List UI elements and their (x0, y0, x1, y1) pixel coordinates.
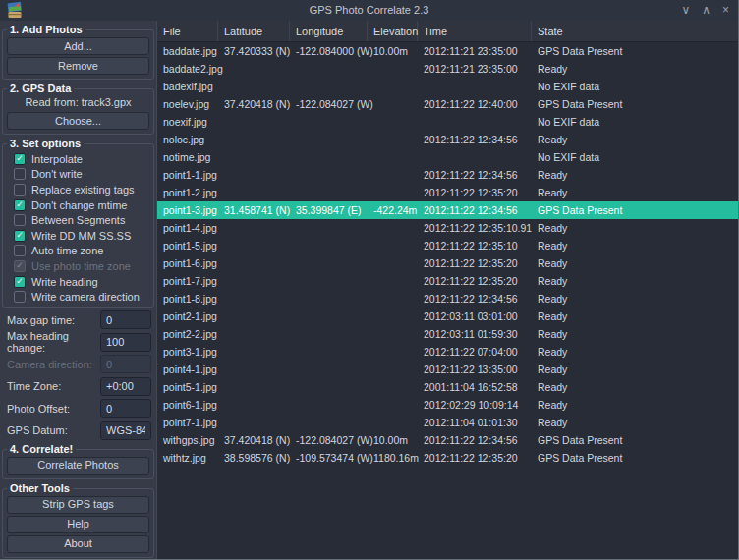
help-button[interactable]: Help (7, 516, 149, 533)
close-icon[interactable]: × (722, 3, 729, 17)
choose-button[interactable]: Choose... (7, 112, 149, 130)
param-gps-datum: GPS Datum: (7, 420, 151, 440)
table-row[interactable]: point1-3.jpg31.458741 (N)35.399847 (E)-4… (157, 201, 738, 219)
column-header-file[interactable]: File (157, 21, 218, 41)
param-camera-direction: Camera direction: (7, 355, 151, 374)
table-row[interactable]: point4-1.jpg2012:11:22 13:35:00Ready (157, 361, 738, 378)
option-label: Replace existing tags (31, 184, 135, 196)
table-row[interactable]: noexif.jpgNo EXIF data (157, 113, 738, 131)
camera-direction-label: Camera direction: (7, 359, 92, 370)
checkbox-interpolate[interactable]: ✓ (14, 153, 26, 165)
table-row[interactable]: withgps.jpg37.420418 (N)-122.084027 (W)1… (157, 431, 738, 449)
cell-state: Ready (532, 364, 738, 375)
table-row[interactable]: point3-1.jpg2012:11:22 07:04:00Ready (157, 343, 738, 361)
add-button[interactable]: Add... (7, 37, 149, 55)
about-button[interactable]: About (7, 535, 149, 553)
table-row[interactable]: point6-1.jpg2012:02:29 10:09:14Ready (157, 396, 738, 414)
column-header-longitude[interactable]: Longitude (290, 21, 368, 41)
sidebar: 1. Add Photos Add... Remove 2. GPS Data … (0, 21, 157, 559)
cell-file: point3-1.jpg (157, 346, 218, 358)
column-header-latitude[interactable]: Latitude (218, 21, 290, 41)
table-row[interactable]: point1-8.jpg2012:11:22 12:34:56Ready (157, 290, 738, 308)
param-max-heading-change: Max heading change: (7, 332, 151, 352)
column-header-state[interactable]: State (532, 21, 738, 41)
option-write-dd-mm-ss-ss[interactable]: ✓Write DD MM SS.SS (14, 228, 150, 244)
table-row[interactable]: point1-4.jpg2012:11:22 12:35:10.91Ready (157, 219, 738, 237)
maximize-icon[interactable]: ∧ (702, 3, 711, 17)
cell-file: point1-8.jpg (157, 293, 218, 305)
cell-time: 2012:11:22 13:35:00 (418, 364, 532, 375)
checkbox-write-camera-direction[interactable] (14, 291, 26, 303)
table-row[interactable]: point1-2.jpg2012:11:22 12:35:20Ready (157, 184, 738, 201)
cell-state: Ready (532, 275, 738, 287)
option-auto-time-zone[interactable]: Auto time zone (14, 244, 150, 259)
option-between-segments[interactable]: Between Segments (14, 212, 150, 228)
option-use-photo-time-zone[interactable]: ✓Use photo time zone (14, 258, 150, 274)
cell-longitude: -122.084027 (W) (290, 434, 368, 446)
remove-button[interactable]: Remove (7, 57, 149, 75)
cell-state: Ready (532, 293, 738, 305)
checkbox-don-t-change-mtime[interactable]: ✓ (14, 199, 26, 211)
table-row[interactable]: point5-1.jpg2001:11:04 16:52:58Ready (157, 378, 738, 396)
checkbox-between-segments[interactable] (14, 214, 26, 226)
correlate-photos-button[interactable]: Correlate Photos (7, 457, 149, 475)
table-row[interactable]: point1-1.jpg2012:11:22 12:34:56Ready (157, 166, 738, 184)
cell-file: point1-7.jpg (157, 275, 218, 287)
max-heading-change-input[interactable] (100, 333, 151, 352)
cell-state: Ready (532, 310, 738, 322)
checkbox-auto-time-zone[interactable] (14, 245, 26, 256)
strip-gps-tags-button[interactable]: Strip GPS tags (7, 496, 149, 514)
parameters-list: Max gap time:Max heading change:Camera d… (7, 310, 151, 441)
camera-direction-input[interactable] (100, 355, 151, 373)
cell-state: Ready (532, 240, 738, 252)
table-row[interactable]: noloc.jpg2012:11:22 12:34:56Ready (157, 131, 738, 148)
titlebar[interactable]: GPS Photo Correlate 2.3 ∨ ∧ × (0, 0, 738, 21)
table-row[interactable]: noelev.jpg37.420418 (N)-122.084027 (W)20… (157, 95, 738, 113)
option-write-heading[interactable]: ✓Write heading (14, 274, 150, 290)
cell-elevation: 1180.16m (368, 452, 418, 464)
cell-state: Ready (532, 257, 738, 269)
cell-state: Ready (532, 346, 738, 358)
gps-datum-input[interactable] (100, 421, 151, 440)
table-row[interactable]: point1-6.jpg2012:11:22 12:35:20Ready (157, 254, 738, 272)
option-don-t-write[interactable]: Don't write (14, 167, 150, 183)
cell-time: 2012:02:29 10:09:14 (418, 399, 532, 411)
cell-time: 2012:11:21 23:35:00 (418, 45, 532, 57)
table-row[interactable]: point2-2.jpg2012:03:11 01:59:30Ready (157, 325, 738, 343)
column-header-time[interactable]: Time (418, 21, 532, 41)
checkbox-use-photo-time-zone[interactable]: ✓ (14, 260, 26, 272)
photo-offset-input[interactable] (100, 399, 151, 418)
time-zone-input[interactable] (100, 377, 151, 396)
table-row[interactable]: point1-5.jpg2012:11:22 12:35:10Ready (157, 237, 738, 254)
table-row[interactable]: point2-1.jpg2012:03:11 03:01:00Ready (157, 308, 738, 325)
cell-time: 2012:11:22 12:35:10 (418, 240, 532, 252)
checkbox-don-t-write[interactable] (14, 168, 26, 180)
option-don-t-change-mtime[interactable]: ✓Don't change mtime (14, 197, 150, 213)
table-row[interactable]: baddate.jpg37.420333 (N)-122.084000 (W)1… (157, 42, 738, 60)
cell-state: Ready (532, 63, 738, 75)
cell-time: 2001:11:04 16:52:58 (418, 381, 532, 393)
cell-file: notime.jpg (157, 151, 218, 163)
table-row[interactable]: notime.jpgNo EXIF data (157, 148, 738, 166)
group-correlate-title: 4. Correlate! (7, 443, 76, 456)
column-header-elevation[interactable]: Elevation (368, 21, 418, 41)
option-interpolate[interactable]: ✓Interpolate (14, 151, 150, 167)
checkbox-write-heading[interactable]: ✓ (14, 276, 26, 288)
cell-file: point4-1.jpg (157, 364, 218, 375)
table-row[interactable]: point1-7.jpg2012:11:22 12:35:20Ready (157, 272, 738, 290)
cell-file: point1-4.jpg (157, 222, 218, 234)
table-row[interactable]: withtz.jpg38.598576 (N)-109.573474 (W)11… (157, 449, 738, 467)
cell-state: Ready (532, 222, 738, 234)
option-write-camera-direction[interactable]: Write camera direction (14, 289, 150, 305)
option-replace-existing-tags[interactable]: Replace existing tags (14, 182, 150, 197)
table-row[interactable]: baddate2.jpg2012:11:21 23:35:00Ready (157, 60, 738, 78)
table-row[interactable]: badexif.jpgNo EXIF data (157, 78, 738, 95)
cell-state: Ready (532, 169, 738, 181)
max-heading-change-label: Max heading change: (7, 330, 100, 354)
max-gap-time-input[interactable] (100, 310, 151, 329)
minimize-icon[interactable]: ∨ (681, 3, 690, 17)
checkbox-write-dd-mm-ss-ss[interactable]: ✓ (14, 230, 26, 242)
tools-list: Strip GPS tagsHelpAbout (6, 496, 150, 553)
table-row[interactable]: point7-1.jpg2012:11:04 01:01:30Ready (157, 414, 738, 431)
checkbox-replace-existing-tags[interactable] (14, 184, 26, 196)
